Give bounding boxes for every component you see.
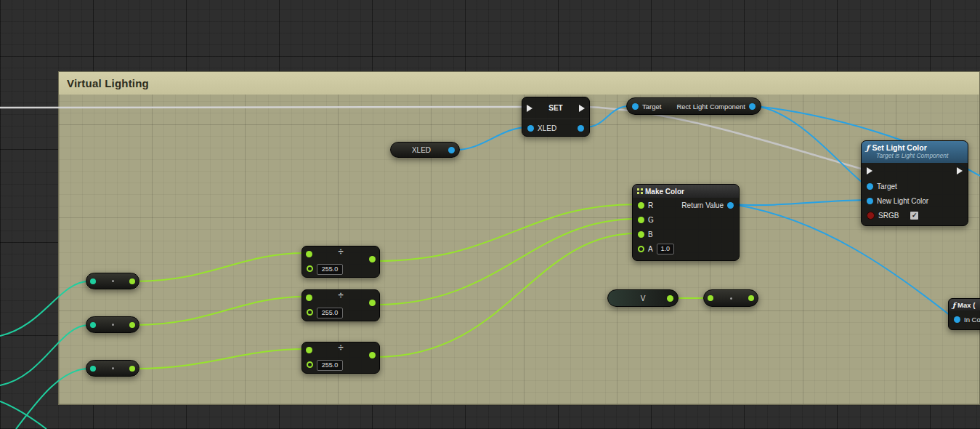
target-input-pin[interactable] (632, 103, 639, 110)
output-pin[interactable] (749, 103, 756, 110)
output-pin[interactable] (748, 295, 754, 301)
divisor-input-pin[interactable] (307, 361, 313, 368)
g-input-pin[interactable] (638, 217, 644, 223)
divisor-value-field[interactable]: 255.0 (317, 360, 343, 371)
return-value-label: Return Value (681, 201, 724, 209)
b-input-pin[interactable] (638, 231, 644, 238)
comment-title-text: Virtual Lighting (67, 77, 149, 89)
divisor-input-pin[interactable] (307, 265, 313, 272)
r-input-pin[interactable] (638, 202, 644, 209)
exec-out-pin[interactable] (579, 105, 585, 112)
dividend-input-pin[interactable] (306, 294, 312, 301)
node-conversion-1[interactable] (86, 273, 139, 289)
function-icon: ƒ (866, 143, 870, 152)
dividend-input-pin[interactable] (306, 347, 312, 353)
b-label: B (648, 230, 653, 238)
input-pin-xled[interactable] (527, 125, 534, 132)
comment-body (59, 95, 979, 404)
srgb-checkbox[interactable]: ✓ (910, 211, 919, 220)
srgb-label: SRGB (878, 212, 899, 220)
target-label: Target (642, 103, 661, 111)
conversion-dot-icon (112, 324, 114, 326)
function-icon: ƒ (952, 301, 955, 309)
exec-in-pin[interactable] (527, 105, 532, 112)
divisor-input-pin[interactable] (307, 309, 313, 316)
node-get-xled[interactable]: XLED (390, 142, 460, 158)
output-pin[interactable] (129, 366, 135, 372)
node-divide-1[interactable]: ÷ 255.0 (301, 246, 380, 278)
variable-label: XLED (412, 146, 431, 154)
in-color-input-pin[interactable] (954, 316, 960, 323)
srgb-input-pin[interactable] (867, 212, 875, 220)
function-node-header: ƒ Set Light Color Target is Light Compon… (862, 141, 968, 163)
a-label: A (648, 245, 653, 253)
exec-in-pin[interactable] (867, 167, 872, 175)
node-conversion-3[interactable] (86, 360, 139, 377)
pin-label: XLED (538, 124, 556, 132)
return-value-pin[interactable] (727, 202, 734, 209)
new-light-color-label: New Light Color (877, 197, 928, 205)
output-label: Rect Light Component (676, 103, 745, 111)
input-pin[interactable] (708, 295, 713, 301)
struct-node-header: Make Color (633, 185, 739, 198)
output-pin[interactable] (578, 125, 584, 132)
a-input-pin[interactable] (638, 246, 644, 252)
wire-teal-4 (0, 401, 46, 429)
divisor-value-field[interactable]: 255.0 (317, 264, 343, 275)
input-pin[interactable] (90, 322, 96, 328)
in-color-label: In Co (964, 316, 980, 324)
node-subtitle: Target is Light Component (876, 152, 963, 159)
output-pin[interactable] (667, 295, 673, 302)
output-pin[interactable] (129, 322, 135, 328)
node-conversion-2[interactable] (86, 316, 139, 333)
node-divide-3[interactable]: ÷ 255.0 (301, 342, 380, 374)
conversion-dot-icon (112, 367, 114, 369)
target-label: Target (877, 183, 897, 191)
a-value-field[interactable]: 1.0 (657, 244, 674, 254)
r-label: R (648, 201, 653, 209)
node-max[interactable]: ƒ Max ( In Co (948, 298, 980, 330)
divide-icon: ÷ (302, 246, 379, 257)
node-divide-2[interactable]: ÷ 255.0 (301, 289, 380, 321)
node-title: Max ( (957, 301, 975, 309)
exec-out-pin[interactable] (957, 167, 963, 175)
input-pin[interactable] (90, 278, 96, 284)
node-make-color[interactable]: Make Color R Return Value G B A 1.0 (632, 184, 740, 261)
g-label: G (648, 216, 654, 224)
blueprint-graph-canvas[interactable]: Virtual Lighting SET (0, 0, 980, 429)
node-title: Set Light Color (872, 143, 927, 152)
new-light-color-input-pin[interactable] (867, 198, 873, 204)
result-output-pin[interactable] (369, 256, 376, 262)
result-output-pin[interactable] (369, 300, 376, 306)
node-get-v[interactable]: V (607, 289, 679, 307)
node-set-xled[interactable]: SET XLED (522, 97, 590, 137)
output-pin[interactable] (448, 147, 455, 153)
node-set-light-color[interactable]: ƒ Set Light Color Target is Light Compon… (861, 140, 968, 226)
node-rect-light-component[interactable]: Target Rect Light Component (626, 97, 761, 115)
function-node-header: ƒ Max ( (949, 299, 980, 310)
target-input-pin[interactable] (867, 183, 873, 190)
conversion-dot-icon (112, 280, 114, 282)
divide-icon: ÷ (302, 289, 379, 300)
dividend-input-pin[interactable] (306, 251, 312, 257)
output-pin[interactable] (129, 278, 135, 284)
comment-box: Virtual Lighting (58, 71, 980, 405)
input-pin[interactable] (90, 366, 96, 372)
conversion-dot-icon (730, 297, 732, 300)
node-conversion-4[interactable] (703, 289, 758, 307)
node-title: SET (548, 104, 562, 112)
make-struct-icon (637, 188, 639, 191)
divide-icon: ÷ (302, 342, 379, 353)
result-output-pin[interactable] (369, 352, 376, 358)
comment-title-bar[interactable]: Virtual Lighting (59, 72, 979, 95)
variable-label: V (641, 294, 646, 302)
node-title: Make Color (645, 188, 684, 196)
divisor-value-field[interactable]: 255.0 (317, 308, 343, 318)
